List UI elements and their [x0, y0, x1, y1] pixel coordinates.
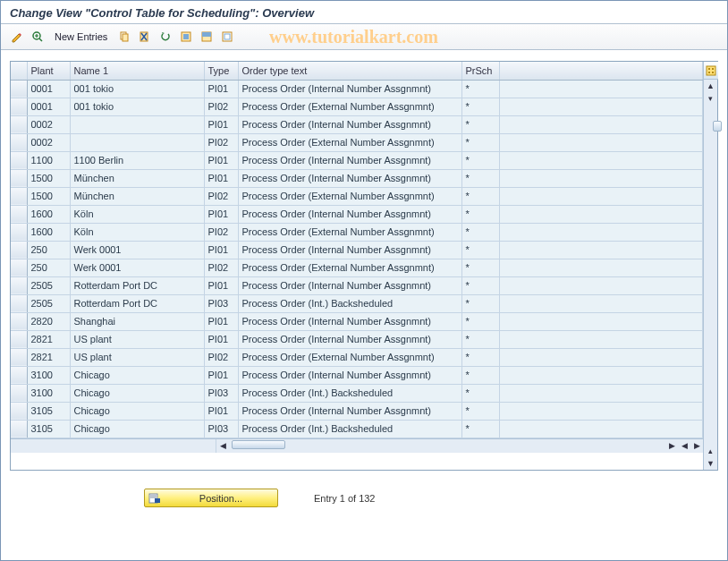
- cell-prsch[interactable]: *: [461, 366, 499, 384]
- cell-text[interactable]: Process Order (Internal Number Assgnmnt): [238, 402, 461, 420]
- cell-plant[interactable]: 0001: [27, 80, 70, 98]
- table-row[interactable]: 3105 Chicago PI03 Process Order (Int.) B…: [11, 420, 703, 438]
- cell-text[interactable]: Process Order (Internal Number Assgnmnt): [238, 330, 461, 348]
- cell-text[interactable]: Process Order (External Number Assgnmnt): [238, 133, 461, 151]
- cell-type[interactable]: PI01: [204, 312, 238, 330]
- cell-name[interactable]: US plant: [70, 330, 204, 348]
- cell-plant[interactable]: 250: [27, 241, 70, 259]
- cell-type[interactable]: PI02: [204, 98, 238, 115]
- cell-prsch[interactable]: *: [461, 294, 499, 312]
- row-selector[interactable]: [11, 98, 27, 115]
- col-type-header[interactable]: Type: [204, 62, 238, 80]
- cell-text[interactable]: Process Order (Internal Number Assgnmnt): [238, 80, 461, 98]
- cell-plant[interactable]: 2505: [27, 294, 70, 312]
- cell-name[interactable]: 001 tokio: [70, 98, 204, 115]
- cell-plant[interactable]: 0002: [27, 133, 70, 151]
- table-row[interactable]: 3100 Chicago PI03 Process Order (Int.) B…: [11, 384, 703, 402]
- table-row[interactable]: 3105 Chicago PI01 Process Order (Interna…: [11, 402, 703, 420]
- row-selector[interactable]: [11, 151, 27, 169]
- cell-plant[interactable]: 3100: [27, 366, 70, 384]
- cell-text[interactable]: Process Order (External Number Assgnmnt): [238, 187, 461, 205]
- delete-icon[interactable]: [136, 28, 154, 46]
- row-selector[interactable]: [11, 205, 27, 223]
- cell-prsch[interactable]: *: [461, 241, 499, 259]
- cell-plant[interactable]: 1600: [27, 223, 70, 241]
- col-plant-header[interactable]: Plant: [27, 62, 70, 80]
- cell-type[interactable]: PI01: [204, 80, 238, 98]
- cell-plant[interactable]: 1600: [27, 205, 70, 223]
- cell-name[interactable]: Rotterdam Port DC: [70, 276, 204, 294]
- select-all-icon[interactable]: [177, 28, 195, 46]
- table-row[interactable]: 2820 Shanghai PI01 Process Order (Intern…: [11, 312, 703, 330]
- cell-type[interactable]: PI01: [204, 169, 238, 187]
- table-row[interactable]: 1100 1100 Berlin PI01 Process Order (Int…: [11, 151, 703, 169]
- cell-text[interactable]: Process Order (Int.) Backsheduled: [238, 420, 461, 438]
- cell-text[interactable]: Process Order (External Number Assgnmnt): [238, 259, 461, 276]
- cell-prsch[interactable]: *: [461, 276, 499, 294]
- cell-prsch[interactable]: *: [461, 384, 499, 402]
- cell-type[interactable]: PI01: [204, 151, 238, 169]
- cell-prsch[interactable]: *: [461, 312, 499, 330]
- row-selector[interactable]: [11, 241, 27, 259]
- table-row[interactable]: 1600 Köln PI01 Process Order (Internal N…: [11, 205, 703, 223]
- cell-prsch[interactable]: *: [461, 80, 499, 98]
- cell-prsch[interactable]: *: [461, 348, 499, 366]
- cell-plant[interactable]: 2821: [27, 330, 70, 348]
- row-selector[interactable]: [11, 384, 27, 402]
- cell-plant[interactable]: 1500: [27, 187, 70, 205]
- cell-prsch[interactable]: *: [461, 420, 499, 438]
- cell-type[interactable]: PI01: [204, 366, 238, 384]
- cell-prsch[interactable]: *: [461, 259, 499, 276]
- cell-type[interactable]: PI01: [204, 276, 238, 294]
- cell-type[interactable]: PI02: [204, 133, 238, 151]
- cell-type[interactable]: PI01: [204, 115, 238, 133]
- toggle-display-icon[interactable]: [8, 28, 26, 46]
- table-row[interactable]: 2821 US plant PI01 Process Order (Intern…: [11, 330, 703, 348]
- deselect-all-icon[interactable]: [218, 28, 236, 46]
- select-all-header[interactable]: [11, 62, 27, 80]
- cell-name[interactable]: Chicago: [70, 402, 204, 420]
- cell-text[interactable]: Process Order (Internal Number Assgnmnt): [238, 169, 461, 187]
- row-selector[interactable]: [11, 402, 27, 420]
- table-row[interactable]: 250 Werk 0001 PI01 Process Order (Intern…: [11, 241, 703, 259]
- cell-name[interactable]: US plant: [70, 348, 204, 366]
- cell-plant[interactable]: 250: [27, 259, 70, 276]
- cell-prsch[interactable]: *: [461, 169, 499, 187]
- cell-name[interactable]: Rotterdam Port DC: [70, 294, 204, 312]
- cell-text[interactable]: Process Order (Internal Number Assgnmnt): [238, 366, 461, 384]
- cell-text[interactable]: Process Order (Int.) Backsheduled: [238, 294, 461, 312]
- cell-name[interactable]: Shanghai: [70, 312, 204, 330]
- hscroll-right2-icon[interactable]: ▶: [690, 439, 703, 452]
- cell-text[interactable]: Process Order (Internal Number Assgnmnt): [238, 205, 461, 223]
- cell-text[interactable]: Process Order (External Number Assgnmnt): [238, 98, 461, 115]
- row-selector[interactable]: [11, 115, 27, 133]
- cell-type[interactable]: PI03: [204, 294, 238, 312]
- table-row[interactable]: 3100 Chicago PI01 Process Order (Interna…: [11, 366, 703, 384]
- row-selector[interactable]: [11, 366, 27, 384]
- vscroll-line-down-icon[interactable]: ▴: [705, 445, 717, 457]
- table-row[interactable]: 250 Werk 0001 PI02 Process Order (Extern…: [11, 259, 703, 276]
- col-prsch-header[interactable]: PrSch: [461, 62, 499, 80]
- table-row[interactable]: 1500 München PI02 Process Order (Externa…: [11, 187, 703, 205]
- cell-prsch[interactable]: *: [461, 402, 499, 420]
- cell-prsch[interactable]: *: [461, 187, 499, 205]
- cell-type[interactable]: PI01: [204, 330, 238, 348]
- cell-plant[interactable]: 2505: [27, 276, 70, 294]
- cell-name[interactable]: Köln: [70, 205, 204, 223]
- cell-name[interactable]: Chicago: [70, 420, 204, 438]
- cell-plant[interactable]: 0002: [27, 115, 70, 133]
- row-selector[interactable]: [11, 312, 27, 330]
- row-selector[interactable]: [11, 420, 27, 438]
- cell-plant[interactable]: 2821: [27, 348, 70, 366]
- cell-prsch[interactable]: *: [461, 223, 499, 241]
- table-settings-icon[interactable]: [704, 62, 718, 80]
- position-button[interactable]: Position...: [144, 489, 278, 507]
- vscroll-down-icon[interactable]: ▼: [705, 457, 717, 470]
- row-selector[interactable]: [11, 259, 27, 276]
- vscroll-up-icon[interactable]: ▲: [705, 80, 717, 92]
- cell-text[interactable]: Process Order (Internal Number Assgnmnt): [238, 151, 461, 169]
- row-selector[interactable]: [11, 276, 27, 294]
- cell-type[interactable]: PI02: [204, 223, 238, 241]
- cell-name[interactable]: 001 tokio: [70, 80, 204, 98]
- cell-text[interactable]: Process Order (External Number Assgnmnt): [238, 348, 461, 366]
